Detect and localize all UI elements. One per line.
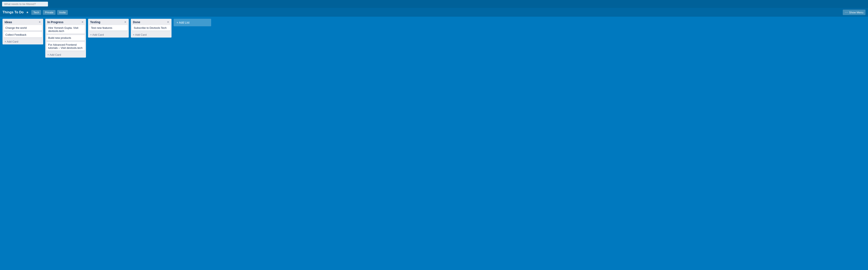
tech-button[interactable]: Tech: [31, 10, 41, 15]
top-bar: [0, 0, 868, 8]
card-in-progress-2[interactable]: For Advanced Frontend tutorials – Visit …: [46, 42, 85, 51]
card-testing-0[interactable]: Test new features: [89, 25, 127, 31]
list-title-done: Done: [133, 21, 140, 24]
board-title[interactable]: Things To Do: [2, 10, 24, 14]
list-title-in-progress: In Progress: [48, 21, 63, 24]
list-header-done: Done×: [131, 19, 172, 25]
card-in-progress-1[interactable]: Build new products: [46, 35, 85, 41]
card-done-0[interactable]: Subscribe to Devtools Tech: [132, 25, 170, 31]
add-list-button[interactable]: + Add List: [174, 19, 211, 26]
list-header-testing: Testing×: [88, 19, 129, 25]
search-input[interactable]: [2, 2, 48, 6]
list-close-button-ideas[interactable]: ×: [38, 21, 41, 24]
private-button[interactable]: Private: [43, 10, 55, 15]
list-header-ideas: Ideas×: [2, 19, 43, 25]
list-close-button-testing[interactable]: ×: [124, 21, 127, 24]
list-title-testing: Testing: [90, 21, 100, 24]
list-testing: Testing×Test new features+ Add Card: [88, 19, 129, 37]
dots-icon: ···: [845, 10, 848, 14]
invite-button[interactable]: Invite: [57, 10, 68, 15]
add-card-button-done[interactable]: + Add Card: [131, 32, 172, 37]
list-in-progress: In Progress×Hire Yomesh Gupta. Visit dev…: [45, 19, 86, 58]
add-card-button-ideas[interactable]: + Add Card: [2, 39, 43, 44]
list-close-button-in-progress[interactable]: ×: [81, 21, 84, 24]
card-in-progress-0[interactable]: Hire Yomesh Gupta. Visit devtools.tech: [46, 25, 85, 34]
card-ideas-0[interactable]: Change the world: [4, 25, 42, 31]
list-header-in-progress: In Progress×: [45, 19, 86, 25]
star-button[interactable]: ★: [25, 10, 30, 14]
show-menu-label: Show Menu: [849, 11, 863, 14]
board-canvas: Ideas×Change the worldCollect Feedback+ …: [0, 17, 868, 270]
list-done: Done×Subscribe to Devtools Tech+ Add Car…: [131, 19, 172, 37]
list-title-ideas: Ideas: [5, 21, 12, 24]
show-menu-button[interactable]: ··· Show Menu: [843, 9, 866, 15]
add-card-button-in-progress[interactable]: + Add Card: [45, 52, 86, 58]
list-close-button-done[interactable]: ×: [167, 21, 169, 24]
add-card-button-testing[interactable]: + Add Card: [88, 32, 129, 37]
list-ideas: Ideas×Change the worldCollect Feedback+ …: [2, 19, 43, 44]
board-header: Things To Do ★ Tech Private Invite ··· S…: [0, 8, 868, 17]
card-ideas-1[interactable]: Collect Feedback: [4, 32, 42, 37]
